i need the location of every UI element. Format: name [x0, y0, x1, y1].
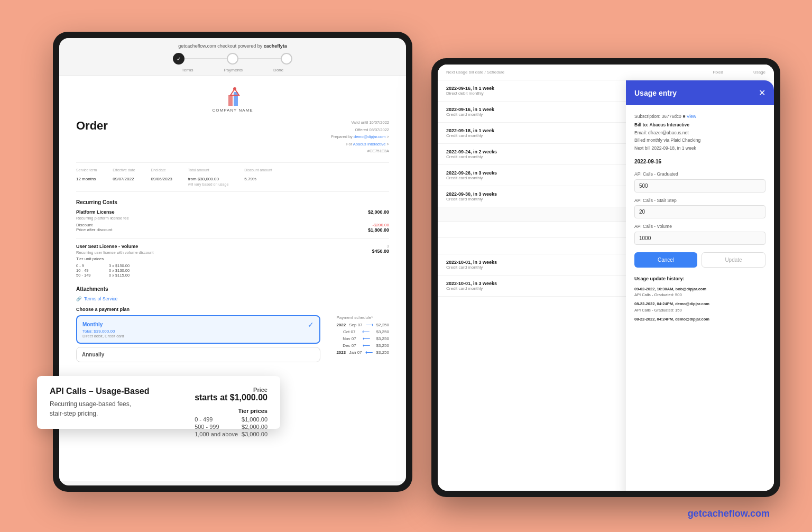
company-logo-icon — [222, 85, 243, 106]
cancel-button[interactable]: Cancel — [634, 252, 697, 268]
tooltip-tier-1: 0 - 499 $1,000.00 — [195, 416, 267, 423]
payment-options-list: Monthly ✓ Total: $39,000.00 Direct debit… — [76, 315, 320, 362]
attachments-section: Attachments 🔗 Terms of Service — [76, 286, 389, 301]
link-icon: 🔗 — [76, 296, 82, 301]
attachment-item[interactable]: 🔗 Terms of Service — [76, 296, 389, 301]
schedule-row-0: 2022 Sep 07 ⟶ $2,250 — [336, 322, 389, 328]
tooltip-tiers: Tier prices 0 - 499 $1,000.00 500 - 999 … — [195, 408, 267, 437]
usage-modal-title: Usage entry — [634, 89, 677, 97]
schedule-row-3: Dec 07 ⟵ $3,250 — [336, 343, 389, 348]
arrow-icon-4: ⟵ — [365, 350, 373, 355]
platform-license-item: Platform License Recurring platform lice… — [76, 209, 389, 233]
step-payments[interactable] — [227, 53, 238, 65]
arrow-icon-3: ⟵ — [363, 343, 370, 348]
order-details-row: Service term 12 months Effective date 09… — [76, 162, 389, 192]
step-labels: Terms Payments Done — [70, 68, 395, 72]
usage-history-item-2: 08-22-2022, 04:24PM, demo@dipjar.com — [634, 316, 765, 322]
payment-plan-options: Monthly ✓ Total: $39,000.00 Direct debit… — [76, 315, 389, 362]
service-term: Service term 12 months — [76, 168, 97, 186]
company-header: COMPANY NAME — [76, 85, 389, 113]
email: Email: dfrazer@abacus.net — [634, 129, 765, 136]
brand-text: getcacheflow.com — [688, 508, 770, 519]
usage-history-item-1: 08-22-2022, 04:24PM, demo@dipjar.com API… — [634, 301, 765, 313]
annually-option[interactable]: Annually — [76, 347, 320, 362]
usage-history-item-0: 09-02-2022, 10:30AM, bob@dipjar.com API … — [634, 286, 765, 298]
discount-amount: Discount amount 5.79% — [244, 168, 272, 186]
right-tablet-screen: Next usage bill date / Schedule Fixed Us… — [438, 65, 774, 491]
tier-label: Tier unit prices — [76, 256, 153, 261]
divider-1 — [76, 238, 389, 239]
arrow-icon-2: ⟵ — [363, 336, 370, 342]
tier-table: 0 - 9 3 x $150.00 10 - 49 0 x $130.00 50… — [76, 263, 153, 278]
check-icon: ✓ — [308, 320, 314, 329]
powered-by-text: getcacheflow.com checkout powered by cac… — [70, 43, 395, 49]
view-link[interactable]: View — [687, 114, 696, 119]
step-line-2 — [238, 58, 281, 59]
graduated-input[interactable] — [634, 179, 765, 192]
step-terms[interactable] — [173, 53, 184, 65]
effective-date: Effective date 09/07/2022 — [113, 168, 135, 186]
payment-schedule: Payment schedule* 2022 Sep 07 ⟶ $2,250 O… — [336, 315, 389, 362]
payment-plan-section: Choose a payment plan Monthly ✓ Total: $… — [76, 307, 389, 362]
tier-row-1: 0 - 9 3 x $150.00 — [76, 263, 153, 268]
tier-row-3: 50 - 149 0 x $115.00 — [76, 273, 153, 278]
step-done[interactable] — [281, 53, 292, 65]
order-title: Order — [76, 119, 108, 155]
tooltip-pricing: Price starts at $1,000.00 Tier prices 0 … — [195, 387, 267, 438]
tooltip-tier-2: 500 - 999 $2,000.00 — [195, 424, 267, 430]
company-name: COMPANY NAME — [212, 108, 253, 113]
tier-row-2: 10 - 49 0 x $130.00 — [76, 268, 153, 273]
close-button[interactable]: ✕ — [759, 88, 765, 98]
usage-field-2: API Calls - Volume — [634, 223, 765, 244]
usage-modal-header: Usage entry ✕ — [626, 80, 774, 105]
tooltip-tier-3: 1,000 and above $3,000.00 — [195, 431, 267, 437]
usage-field-1: API Calls - Stair Step — [634, 197, 765, 218]
bill-to: Bill to: Abacus Interactive — [634, 121, 765, 129]
arrow-icon-0: ⟶ — [366, 322, 373, 328]
order-title-section: Order Valid until 10/07/2022 Offered 08/… — [76, 119, 389, 155]
tooltip-popup: API Calls – Usage-Based Recurring usage-… — [37, 376, 280, 429]
usage-modal-body: Subscription: 36776dc0 ■ View Bill to: A… — [626, 105, 774, 491]
svg-rect-0 — [228, 95, 233, 106]
schedule-row-4: 2023 Jan 07 ⟵ $3,250 — [336, 350, 389, 355]
usage-history-title: Usage update history: — [634, 275, 765, 283]
progress-steps — [70, 53, 395, 65]
recurring-costs-title: Recurring Costs — [76, 199, 389, 205]
order-meta: Valid until 10/07/2022 Offered 08/07/202… — [331, 119, 389, 155]
usage-field-0: API Calls - Graduated — [634, 170, 765, 192]
user-seat-license-item: User Seat License - Volume Recurring use… — [76, 244, 389, 278]
svg-point-3 — [233, 87, 236, 90]
right-tablet: Next usage bill date / Schedule Fixed Us… — [431, 58, 780, 497]
total-amount: Total amount from $38,000.00 will vary b… — [188, 168, 229, 186]
step-line-1 — [184, 58, 227, 59]
svg-rect-1 — [234, 92, 238, 106]
usage-modal: Usage entry ✕ Subscription: 36776dc0 ■ V… — [626, 80, 774, 491]
usage-date: 2022-09-16 — [634, 157, 765, 166]
billing-info: Billed monthly via Plaid Checking Next b… — [634, 136, 765, 152]
monthly-option[interactable]: Monthly ✓ Total: $39,000.00 Direct debit… — [76, 315, 320, 344]
checkout-header: getcacheflow.com checkout powered by cac… — [59, 38, 406, 76]
usage-buttons: Cancel Update — [634, 252, 765, 268]
schedule-row-2: Nov 07 ⟵ $3,250 — [336, 336, 389, 342]
subscription-id: Subscription: 36776dc0 ■ View — [634, 113, 765, 120]
end-date: End date 09/06/2023 — [151, 168, 172, 186]
update-button[interactable]: Update — [702, 252, 765, 268]
stair-step-input[interactable] — [634, 205, 765, 218]
volume-input[interactable] — [634, 232, 765, 245]
table-header: Next usage bill date / Schedule Fixed Us… — [438, 65, 774, 80]
arrow-icon-1: ⟵ — [362, 329, 370, 335]
schedule-row-1: Oct 07 ⟵ $3,250 — [336, 329, 389, 335]
